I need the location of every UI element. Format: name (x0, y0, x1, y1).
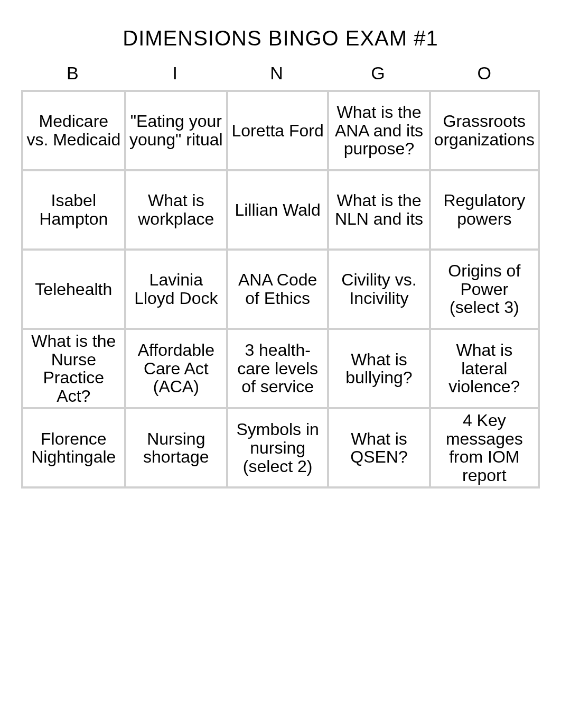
bingo-cell: Civility vs. Incivility (327, 248, 428, 328)
bingo-cell: Nursing shortage (124, 407, 226, 489)
bingo-cell: Lavinia Lloyd Dock (124, 248, 226, 328)
bingo-row: TelehealthLavinia Lloyd DockANA Code of … (21, 248, 540, 328)
bingo-cell: What is QSEN? (327, 407, 428, 489)
bingo-cell: What is workplace (124, 169, 226, 248)
bingo-cell: Florence Nightingale (21, 407, 124, 489)
bingo-row: What is the Nurse Practice Act?Affordabl… (21, 328, 540, 407)
bingo-cell: Telehealth (21, 248, 124, 328)
bingo-cell: Affordable Care Act (ACA) (124, 328, 226, 407)
bingo-row: Isabel HamptonWhat is workplaceLillian W… (21, 169, 540, 248)
header-row: B I N G O (21, 60, 540, 90)
bingo-cell: What is bullying? (327, 328, 428, 407)
bingo-cell: Medicare vs. Medicaid (21, 90, 124, 169)
bingo-cell: Regulatory powers (429, 169, 540, 248)
bingo-cell: Isabel Hampton (21, 169, 124, 248)
bingo-row: Medicare vs. Medicaid"Eating your young"… (21, 90, 540, 169)
header-g: G (327, 60, 428, 90)
header-b: B (21, 60, 124, 90)
header-o: O (429, 60, 540, 90)
bingo-cell: Loretta Ford (226, 90, 327, 169)
bingo-cell: 4 Key messages from IOM report (429, 407, 540, 489)
page-title: DIMENSIONS BINGO EXAM #1 (21, 26, 540, 50)
bingo-cell: Symbols in nursing (select 2) (226, 407, 327, 489)
header-n: N (226, 60, 327, 90)
header-i: I (124, 60, 226, 90)
bingo-cell: "Eating your young" ritual (124, 90, 226, 169)
bingo-cell: 3 health-care levels of service (226, 328, 327, 407)
bingo-cell: Lillian Wald (226, 169, 327, 248)
bingo-cell: What is the Nurse Practice Act? (21, 328, 124, 407)
bingo-card: B I N G O Medicare vs. Medicaid"Eating y… (21, 60, 540, 489)
bingo-row: Florence NightingaleNursing shortageSymb… (21, 407, 540, 489)
bingo-cell: What is the ANA and its purpose? (327, 90, 428, 169)
bingo-cell: What is the NLN and its (327, 169, 428, 248)
bingo-cell: Origins of Power (select 3) (429, 248, 540, 328)
bingo-cell: Grassroots organizations (429, 90, 540, 169)
bingo-cell: What is lateral violence? (429, 328, 540, 407)
bingo-cell: ANA Code of Ethics (226, 248, 327, 328)
